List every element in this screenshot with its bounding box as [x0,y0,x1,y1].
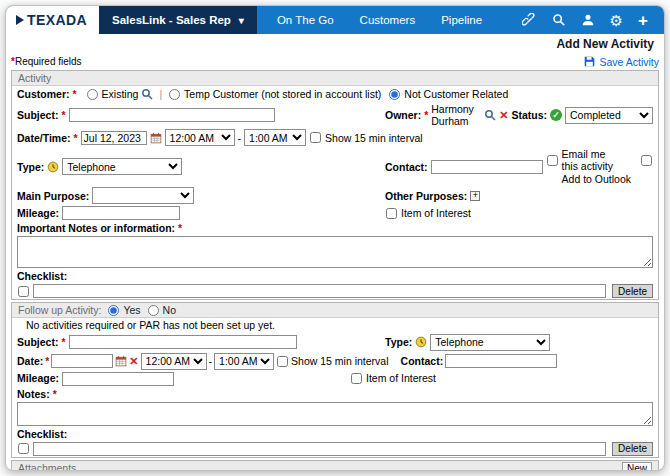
status-complete-icon[interactable]: ✓ [550,109,562,121]
type-label: Type: [17,161,44,173]
fu-subject-label: Subject: [17,336,58,348]
customer-temp-label: Temp Customer (not stored in account lis… [184,88,381,100]
time-to-select[interactable]: 1:00 AM [244,129,306,146]
interval-checkbox[interactable] [310,132,321,143]
fu-subject-input[interactable] [69,335,297,349]
required-star: * [45,355,49,367]
required-star: * [61,109,65,121]
add-icon[interactable]: + [638,12,648,29]
owner-search-icon[interactable] [484,109,496,121]
notes-label-row: Important Notes or information: * [12,221,658,235]
link-icon[interactable] [522,13,537,28]
customer-temp-option[interactable]: Temp Customer (not stored in account lis… [168,88,381,100]
fu-checklist-row: Delete [12,441,658,457]
followup-no-option[interactable]: No [147,304,176,316]
required-star: * [178,222,182,234]
activity-header-label: Activity [18,72,51,84]
customer-existing-radio[interactable] [87,89,98,100]
contact-input[interactable] [431,160,543,174]
checklist-checkbox[interactable] [18,286,29,297]
status-select[interactable]: Completed [565,107,653,124]
followup-yes-radio[interactable] [108,305,119,316]
attachments-section-header: Attachments New [12,461,658,470]
nav-icons: ⚙ + [522,12,664,29]
fu-time-dash: - [209,355,213,367]
customer-not-related-radio[interactable] [389,89,400,100]
main-purpose-row: Main Purpose: Other Purposes: + [12,186,658,205]
attachments-new-button[interactable]: New [622,462,652,470]
subject-label: Subject: [17,109,58,121]
followup-message: No activities required or PAR has not be… [26,319,275,331]
customer-temp-radio[interactable] [169,89,180,100]
checklist-delete-button[interactable]: Delete [612,284,653,298]
nav-pipeline[interactable]: Pipeline [441,14,482,26]
status-label: Status: [511,109,547,121]
item-of-interest-label: Item of Interest [401,207,471,219]
mileage-input[interactable] [62,206,180,220]
followup-section-header: Follow up Activity: Yes No [12,303,658,318]
required-star: * [73,88,77,100]
required-star: * [61,336,65,348]
fu-item-of-interest-checkbox[interactable] [351,373,362,384]
followup-no-radio[interactable] [148,305,159,316]
save-activity-button[interactable]: Save Activity [584,56,659,68]
chevron-down-icon: ▾ [239,15,244,26]
owner-label: Owner: [385,109,421,121]
interval-label: Show 15 min interval [325,132,422,144]
followup-yes-option[interactable]: Yes [107,304,140,316]
fu-contact-input[interactable] [445,354,557,368]
owner-value: Harmony Durham [431,103,481,127]
customer-search-icon[interactable] [141,88,153,100]
customer-label: Customer: [17,88,70,100]
item-of-interest-checkbox[interactable] [386,208,397,219]
fu-activity-type-icon [415,336,427,348]
nav-on-the-go[interactable]: On The Go [277,14,334,26]
email-me-checkbox[interactable] [547,155,558,166]
fu-checklist-delete-button[interactable]: Delete [612,442,653,456]
fu-notes-label: Notes: [17,388,50,400]
fu-checklist-input[interactable] [33,442,606,456]
page-title-bar: Add New Activity [6,34,664,54]
followup-no-label: No [163,304,176,316]
customer-existing-label: Existing [102,88,139,100]
user-icon[interactable] [581,13,595,27]
important-notes-textarea[interactable] [17,236,653,268]
fu-date-input[interactable] [51,354,113,368]
app-switcher-menu[interactable]: SalesLink - Sales Rep ▾ [99,6,257,34]
customer-existing-option[interactable]: Existing [86,88,139,100]
fu-mileage-input[interactable] [62,372,174,386]
subject-input[interactable] [69,108,275,122]
customer-row: Customer: * Existing | Temp Customer (no… [12,86,658,102]
owner-clear-icon[interactable]: ✕ [499,110,508,121]
fu-calendar-icon[interactable] [115,355,127,367]
other-purposes-expand-icon[interactable]: + [470,191,480,201]
checklist-input[interactable] [33,284,606,298]
main-purpose-select[interactable] [92,187,194,204]
important-notes-label: Important Notes or information: [17,222,175,234]
texada-logo-text: TEXADA [27,12,87,28]
page-title: Add New Activity [556,37,654,51]
add-to-outlook-checkbox[interactable] [641,155,652,166]
fu-checklist-checkbox[interactable] [18,443,29,454]
other-purposes-label: Other Purposes: [385,190,467,202]
fu-time-to-select[interactable]: 1:00 AM [214,353,274,370]
fu-interval-checkbox[interactable] [277,356,288,367]
customer-not-related-label: Not Customer Related [404,88,508,100]
fu-date-clear-icon[interactable]: ✕ [129,356,138,367]
required-star: * [53,388,57,400]
calendar-icon[interactable] [150,132,162,144]
fu-time-from-select[interactable]: 12:00 AM [141,353,207,370]
add-to-outlook-label: Add to Outlook [562,173,631,185]
form-area: *Required fields Save Activity Activity [6,54,664,470]
type-select[interactable]: Telephone [62,158,182,175]
date-input[interactable] [81,131,147,145]
fu-notes-textarea[interactable] [17,402,653,426]
search-icon[interactable] [552,13,566,27]
nav-customers[interactable]: Customers [360,14,416,26]
fu-type-select[interactable]: Telephone [430,334,550,351]
customer-not-related-option[interactable]: Not Customer Related [388,88,508,100]
gear-icon[interactable]: ⚙ [610,13,623,28]
fu-contact-label: Contact: [401,355,444,367]
time-from-select[interactable]: 12:00 AM [165,129,235,146]
main-purpose-label: Main Purpose: [17,190,89,202]
